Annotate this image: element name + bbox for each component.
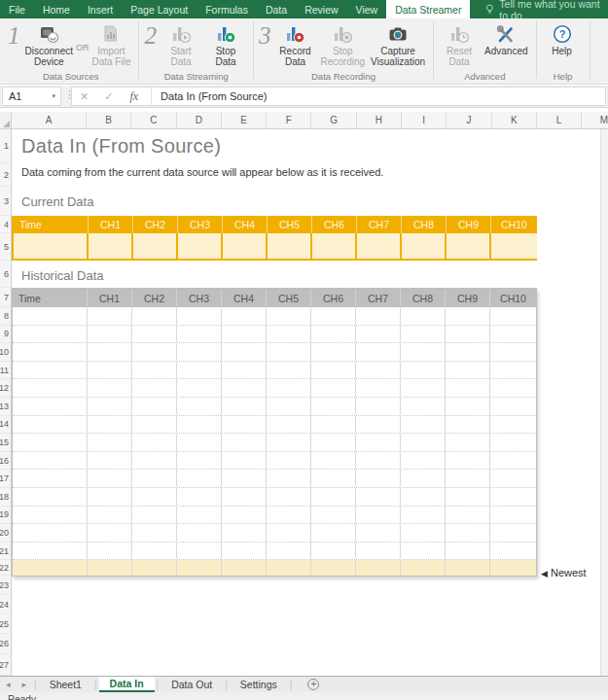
historical-cell[interactable] xyxy=(13,524,88,542)
historical-cell[interactable] xyxy=(446,452,490,470)
current-header-ch4[interactable]: CH4 xyxy=(223,216,268,233)
row-header-9[interactable]: 9 xyxy=(0,326,11,344)
historical-cell[interactable] xyxy=(356,307,401,325)
column-header-e[interactable]: E xyxy=(222,112,267,128)
historical-cell[interactable] xyxy=(177,452,222,470)
current-header-ch8[interactable]: CH8 xyxy=(402,216,447,233)
historical-cell[interactable] xyxy=(222,434,267,451)
historical-cell[interactable] xyxy=(490,362,536,379)
historical-cell[interactable] xyxy=(356,326,401,343)
historical-cell[interactable] xyxy=(88,343,132,361)
historical-cell[interactable] xyxy=(13,560,88,576)
historical-cell[interactable] xyxy=(356,416,401,434)
historical-cell[interactable] xyxy=(446,416,490,434)
historical-cell[interactable] xyxy=(177,434,222,451)
historical-cell[interactable] xyxy=(222,507,267,524)
historical-cell[interactable] xyxy=(490,507,536,524)
historical-cell[interactable] xyxy=(177,507,222,524)
column-header-l[interactable]: L xyxy=(537,112,582,128)
historical-cell[interactable] xyxy=(13,307,88,325)
historical-cell[interactable] xyxy=(356,488,401,506)
name-box-dropdown-icon[interactable]: ▾ xyxy=(52,92,60,100)
historical-cell[interactable] xyxy=(13,488,88,506)
historical-cell[interactable] xyxy=(401,452,446,470)
historical-cell[interactable] xyxy=(490,524,536,542)
historical-header-ch1[interactable]: CH1 xyxy=(88,289,132,307)
historical-cell[interactable] xyxy=(267,362,311,379)
historical-cell[interactable] xyxy=(490,398,536,415)
column-header-j[interactable]: J xyxy=(447,112,491,128)
historical-cell[interactable] xyxy=(401,362,446,379)
historical-header-time[interactable]: Time xyxy=(13,289,88,307)
historical-cell[interactable] xyxy=(88,362,132,379)
historical-cell[interactable] xyxy=(490,343,536,361)
historical-cell[interactable] xyxy=(88,326,132,343)
historical-cell[interactable] xyxy=(401,416,446,434)
historical-cell[interactable] xyxy=(88,434,132,451)
historical-cell[interactable] xyxy=(13,398,88,415)
historical-cell[interactable] xyxy=(446,434,490,451)
historical-cell[interactable] xyxy=(13,326,88,343)
historical-cell[interactable] xyxy=(401,343,446,361)
historical-cell[interactable] xyxy=(446,560,490,576)
tell-me-box[interactable]: Tell me what you want to do... xyxy=(470,0,608,18)
vertical-scrollbar[interactable] xyxy=(600,129,608,676)
historical-cell[interactable] xyxy=(311,416,356,434)
sheet-tab-data-out[interactable]: Data Out xyxy=(161,677,223,692)
row-header-12[interactable]: 12 xyxy=(0,379,11,398)
historical-cell[interactable] xyxy=(356,362,401,379)
row-header-23[interactable]: 23 xyxy=(0,576,11,595)
historical-cell[interactable] xyxy=(13,542,88,560)
historical-cell[interactable] xyxy=(356,507,401,524)
historical-cell[interactable] xyxy=(13,379,88,397)
historical-cell[interactable] xyxy=(222,488,267,506)
historical-cell[interactable] xyxy=(88,524,132,542)
current-cell[interactable] xyxy=(178,233,223,259)
historical-header-ch6[interactable]: CH6 xyxy=(311,289,356,307)
historical-cell[interactable] xyxy=(401,507,446,524)
historical-cell[interactable] xyxy=(267,560,311,576)
historical-cell[interactable] xyxy=(311,343,356,361)
historical-cell[interactable] xyxy=(401,307,446,325)
historical-cell[interactable] xyxy=(177,343,222,361)
historical-cell[interactable] xyxy=(88,416,132,434)
historical-cell[interactable] xyxy=(446,307,490,325)
historical-cell[interactable] xyxy=(446,398,490,415)
historical-header-ch2[interactable]: CH2 xyxy=(132,289,177,307)
historical-cell[interactable] xyxy=(311,452,356,470)
historical-cell[interactable] xyxy=(311,307,356,325)
historical-cell[interactable] xyxy=(88,470,132,487)
historical-cell[interactable] xyxy=(311,507,356,524)
record-data-button[interactable]: RecordData xyxy=(272,19,317,67)
historical-cell[interactable] xyxy=(132,398,177,415)
sheet-tab-sheet1[interactable]: Sheet1 xyxy=(39,677,92,692)
historical-cell[interactable] xyxy=(267,488,311,506)
name-box[interactable]: A1 ▾ xyxy=(2,87,61,106)
historical-cell[interactable] xyxy=(132,542,177,560)
current-cell[interactable] xyxy=(357,233,402,259)
historical-cell[interactable] xyxy=(177,307,222,325)
historical-header-ch4[interactable]: CH4 xyxy=(222,289,267,307)
historical-cell[interactable] xyxy=(267,307,311,325)
historical-cell[interactable] xyxy=(267,452,311,470)
historical-cell[interactable] xyxy=(356,398,401,415)
historical-cell[interactable] xyxy=(222,362,267,379)
historical-cell[interactable] xyxy=(13,343,88,361)
row-header-13[interactable]: 13 xyxy=(0,398,11,416)
row-header-26[interactable]: 26 xyxy=(0,634,11,654)
historical-cell[interactable] xyxy=(88,507,132,524)
historical-cell[interactable] xyxy=(13,362,88,379)
current-header-ch7[interactable]: CH7 xyxy=(357,216,402,233)
ribbon-tab-view[interactable]: View xyxy=(347,0,387,18)
historical-cell[interactable] xyxy=(311,524,356,542)
historical-cell[interactable] xyxy=(88,488,132,506)
row-header-3[interactable]: 3 xyxy=(0,187,11,216)
historical-cell[interactable] xyxy=(13,507,88,524)
historical-cell[interactable] xyxy=(490,434,536,451)
historical-cell[interactable] xyxy=(132,560,177,576)
historical-cell[interactable] xyxy=(177,470,222,487)
current-header-ch9[interactable]: CH9 xyxy=(447,216,491,233)
column-header-f[interactable]: F xyxy=(267,112,311,128)
row-header-19[interactable]: 19 xyxy=(0,507,11,525)
ribbon-tab-home[interactable]: Home xyxy=(34,0,79,18)
